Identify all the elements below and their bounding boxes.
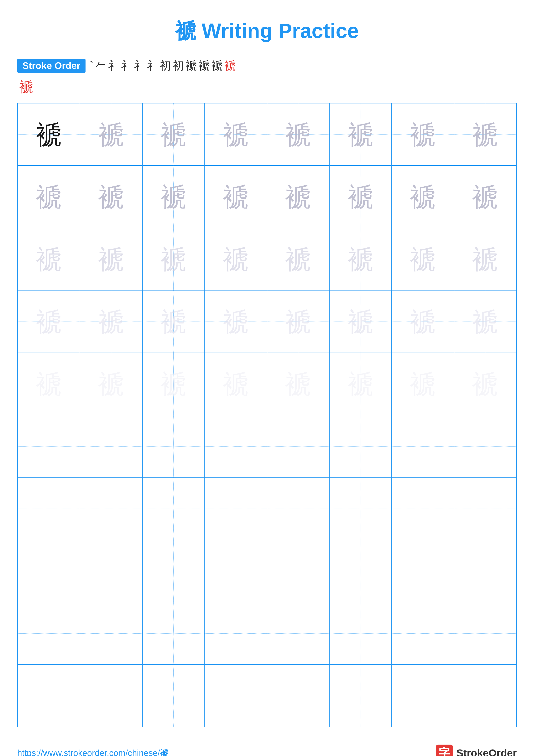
grid-cell[interactable] xyxy=(80,415,142,477)
grid-cell[interactable]: 褫 xyxy=(18,290,80,353)
grid-cell[interactable] xyxy=(142,477,205,540)
stroke-9: 褫 xyxy=(186,58,197,73)
grid-cell[interactable] xyxy=(80,477,142,540)
grid-cell[interactable]: 褫 xyxy=(454,228,516,290)
grid-cell[interactable]: 褫 xyxy=(329,353,392,415)
cell-character: 褫 xyxy=(161,122,186,148)
grid-cell[interactable] xyxy=(80,664,142,727)
grid-cell[interactable] xyxy=(142,664,205,727)
grid-cell[interactable]: 褫 xyxy=(392,103,454,166)
grid-cell[interactable]: 褫 xyxy=(18,103,80,166)
stroke-1: ` xyxy=(90,59,93,72)
grid-cell[interactable]: 褫 xyxy=(142,166,205,228)
grid-cell[interactable]: 褫 xyxy=(80,103,142,166)
grid-cell[interactable]: 褫 xyxy=(329,103,392,166)
grid-cell[interactable] xyxy=(18,477,80,540)
grid-cell[interactable] xyxy=(267,664,329,727)
grid-cell[interactable] xyxy=(18,602,80,664)
grid-cell[interactable] xyxy=(267,415,329,477)
grid-cell[interactable] xyxy=(329,664,392,727)
cell-character: 褫 xyxy=(98,371,124,397)
grid-cell[interactable] xyxy=(329,540,392,602)
cell-character: 褫 xyxy=(410,122,436,148)
cell-character: 褫 xyxy=(285,246,311,272)
grid-cell[interactable]: 褫 xyxy=(267,166,329,228)
grid-cell[interactable]: 褫 xyxy=(205,103,267,166)
grid-cell[interactable]: 褫 xyxy=(142,353,205,415)
page-title: 褫 Writing Practice xyxy=(17,17,517,45)
grid-cell[interactable]: 褫 xyxy=(205,290,267,353)
grid-cell[interactable] xyxy=(392,540,454,602)
grid-cell[interactable]: 褫 xyxy=(454,353,516,415)
grid-cell[interactable] xyxy=(392,477,454,540)
stroke-10: 褫 xyxy=(199,58,210,73)
grid-cell[interactable] xyxy=(392,602,454,664)
grid-cell[interactable]: 褫 xyxy=(80,228,142,290)
cell-character: 褫 xyxy=(36,184,62,210)
grid-cell[interactable]: 褫 xyxy=(18,228,80,290)
cell-character: 褫 xyxy=(98,246,124,272)
grid-cell[interactable] xyxy=(329,415,392,477)
grid-cell[interactable] xyxy=(267,602,329,664)
grid-cell[interactable]: 褫 xyxy=(392,228,454,290)
grid-cell[interactable] xyxy=(454,664,516,727)
stroke-order-badge: Stroke Order xyxy=(17,59,86,73)
grid-cell[interactable] xyxy=(267,477,329,540)
grid-cell[interactable] xyxy=(454,602,516,664)
grid-cell[interactable] xyxy=(205,602,267,664)
grid-row xyxy=(18,477,516,540)
grid-cell[interactable] xyxy=(329,477,392,540)
grid-cell[interactable]: 褫 xyxy=(205,228,267,290)
grid-cell[interactable]: 褫 xyxy=(392,290,454,353)
grid-cell[interactable]: 褫 xyxy=(267,228,329,290)
footer: https://www.strokeorder.com/chinese/褫 字 … xyxy=(17,740,517,756)
grid-cell[interactable]: 褫 xyxy=(329,228,392,290)
grid-cell[interactable] xyxy=(80,540,142,602)
grid-cell[interactable] xyxy=(18,664,80,727)
grid-cell[interactable]: 褫 xyxy=(267,290,329,353)
brand-char: 字 xyxy=(439,746,450,756)
grid-cell[interactable]: 褫 xyxy=(267,103,329,166)
grid-cell[interactable]: 褫 xyxy=(267,353,329,415)
grid-cell[interactable]: 褫 xyxy=(142,290,205,353)
grid-row xyxy=(18,540,516,602)
cell-character: 褫 xyxy=(36,246,62,272)
grid-cell[interactable]: 褫 xyxy=(454,166,516,228)
grid-cell[interactable] xyxy=(329,602,392,664)
stroke-2: 𠂉 xyxy=(95,59,106,72)
grid-cell[interactable]: 褫 xyxy=(18,166,80,228)
grid-cell[interactable] xyxy=(454,477,516,540)
grid-cell[interactable]: 褫 xyxy=(454,103,516,166)
grid-cell[interactable]: 褫 xyxy=(329,290,392,353)
grid-cell[interactable]: 褫 xyxy=(80,290,142,353)
cell-character: 褫 xyxy=(348,309,373,335)
grid-cell[interactable]: 褫 xyxy=(392,166,454,228)
grid-cell[interactable] xyxy=(18,415,80,477)
grid-cell[interactable] xyxy=(142,540,205,602)
grid-cell[interactable] xyxy=(205,540,267,602)
grid-cell[interactable] xyxy=(454,415,516,477)
grid-cell[interactable]: 褫 xyxy=(329,166,392,228)
grid-cell[interactable]: 褫 xyxy=(454,290,516,353)
grid-cell[interactable]: 褫 xyxy=(142,103,205,166)
grid-cell[interactable] xyxy=(80,602,142,664)
grid-cell[interactable] xyxy=(142,602,205,664)
grid-cell[interactable] xyxy=(18,540,80,602)
grid-cell[interactable]: 褫 xyxy=(80,166,142,228)
grid-cell[interactable] xyxy=(205,477,267,540)
footer-url[interactable]: https://www.strokeorder.com/chinese/褫 xyxy=(17,747,169,756)
grid-cell[interactable]: 褫 xyxy=(205,166,267,228)
grid-cell[interactable] xyxy=(142,415,205,477)
grid-cell[interactable]: 褫 xyxy=(392,353,454,415)
grid-cell[interactable]: 褫 xyxy=(142,228,205,290)
grid-cell[interactable] xyxy=(392,664,454,727)
grid-cell[interactable] xyxy=(392,415,454,477)
brand-icon: 字 xyxy=(436,744,453,756)
grid-cell[interactable]: 褫 xyxy=(205,353,267,415)
grid-cell[interactable]: 褫 xyxy=(18,353,80,415)
grid-cell[interactable] xyxy=(205,664,267,727)
grid-cell[interactable]: 褫 xyxy=(80,353,142,415)
grid-cell[interactable] xyxy=(454,540,516,602)
grid-cell[interactable] xyxy=(267,540,329,602)
grid-cell[interactable] xyxy=(205,415,267,477)
